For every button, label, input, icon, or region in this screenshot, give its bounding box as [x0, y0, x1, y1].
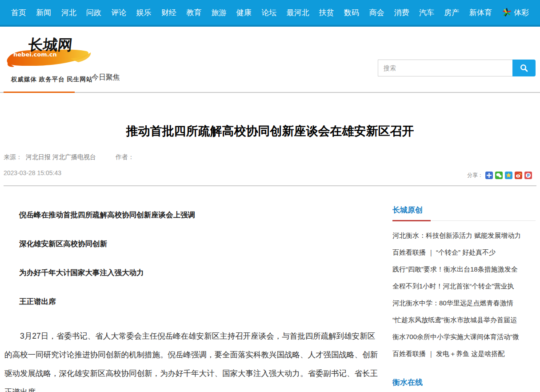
nav-item-wenzheng[interactable]: 问政	[86, 8, 101, 18]
main-content: 倪岳峰在推动首批四所疏解高校协同创新座谈会上强调 深化雄安新区高校协同创新 为办…	[0, 186, 540, 392]
logo-tagline: 权威媒体 政务平台 民生网站	[11, 76, 93, 84]
plus-share-icon[interactable]	[485, 172, 493, 179]
sidebar-section-changcheng-original: 长城原创	[392, 205, 536, 221]
share-label: 分享：	[467, 172, 483, 179]
author-label: 作者：	[116, 153, 134, 160]
nav-item-realestate[interactable]: 房产	[444, 8, 459, 18]
nav-item-forum[interactable]: 论坛	[261, 8, 276, 18]
sidebar-list-item[interactable]: 百姓看联播 ｜ 发电＋养鱼 这是啥搭配	[392, 345, 536, 362]
article-subhead: 倪岳峰在推动首批四所疏解高校协同创新座谈会上强调	[4, 211, 382, 219]
nav-item-ticai[interactable]: 体彩	[502, 8, 529, 18]
search-icon	[520, 64, 528, 72]
sidebar-list-item[interactable]: 河北衡水中学：80华里远足点燃青春激情	[392, 295, 536, 312]
nav-item-ticai-label: 体彩	[514, 8, 529, 18]
nav-item-entertainment[interactable]: 娱乐	[136, 8, 152, 18]
nav-item-zuihebei[interactable]: 最河北	[286, 8, 309, 18]
article-meta: 来源：河北日报 河北广播电视台作者： 2023-03-28 15:05:43 分…	[4, 139, 536, 186]
sports-lottery-star-icon	[502, 8, 512, 17]
nav-item-chamber[interactable]: 商会	[369, 8, 384, 18]
sidebar: 长城原创 河北衡水：科技创新添活力 赋能发展增动力 百姓看联播 ｜ “个转企” …	[392, 186, 536, 392]
sidebar-list-item[interactable]: 衡水700余所中小学实施大课间体育活动“微	[392, 328, 536, 345]
nav-item-digital[interactable]: 数码	[344, 8, 359, 18]
search-box	[378, 60, 536, 76]
publish-datetime: 2023-03-28 15:05:43	[4, 169, 536, 176]
nav-item-travel[interactable]: 旅游	[212, 8, 227, 18]
sidebar-list-item[interactable]: 全程不到1小时！河北首张“个转企”营业执	[392, 278, 536, 295]
sidebar-list-item[interactable]: 河北衡水：科技创新添活力 赋能发展增动力	[392, 227, 536, 244]
sidebar-list-item[interactable]: 践行“四敢”要求！衡水出台18条措施激发全	[392, 261, 536, 278]
nav-item-comment[interactable]: 评论	[111, 8, 126, 18]
top-nav-bar: 首页 新闻 河北 问政 评论 娱乐 财经 教育 旅游 健康 论坛 最河北 扶贫 …	[0, 0, 540, 27]
sidebar-list-item[interactable]: “忙趁东风放纸鸢”衡水市故城县举办首届运	[392, 312, 536, 328]
qzone-icon[interactable]	[505, 172, 512, 179]
search-button[interactable]	[512, 60, 536, 76]
masthead-active-underline	[4, 92, 75, 93]
pengyou-icon[interactable]: P	[524, 172, 532, 179]
tab-today-focus[interactable]: 今日聚焦	[92, 73, 120, 82]
source-value: 河北日报 河北广播电视台	[26, 153, 96, 160]
meta-source-row: 来源：河北日报 河北广播电视台作者：	[4, 153, 536, 161]
nav-item-news[interactable]: 新闻	[36, 8, 51, 18]
article-subhead: 为办好千年大计国家大事注入强大动力	[4, 269, 382, 276]
masthead-divider	[0, 92, 540, 93]
sidebar-article-list: 河北衡水：科技创新添活力 赋能发展增动力 百姓看联播 ｜ “个转企” 好处真不少…	[392, 227, 536, 362]
nav-item-health[interactable]: 健康	[236, 8, 252, 18]
article-paragraph: 3月27日，省委书记、省人大常委会主任倪岳峰在雄安新区主持召开座谈会，与首批四所…	[4, 327, 382, 392]
svg-text:P: P	[527, 173, 530, 178]
article-title: 推动首批四所疏解高校协同创新座谈会在雄安新区召开	[18, 123, 522, 139]
nav-item-consume[interactable]: 消费	[394, 8, 409, 18]
share-bar: 分享： P	[467, 172, 532, 179]
masthead: hebei.com.cn 长城网 权威媒体 政务平台 民生网站 今日聚焦	[0, 27, 540, 93]
changcheng-logo[interactable]: hebei.com.cn 长城网	[4, 36, 92, 75]
source-label: 来源：	[4, 153, 22, 160]
article-subhead: 深化雄安新区高校协同创新	[4, 240, 382, 248]
nav-item-newsports[interactable]: 新体育	[469, 8, 492, 18]
nav-item-auto[interactable]: 汽车	[419, 8, 434, 18]
sidebar-section-hengshui-online: 衡水在线	[392, 377, 536, 392]
nav-item-hebei[interactable]: 河北	[61, 8, 76, 18]
wechat-icon[interactable]	[495, 172, 503, 179]
weibo-icon[interactable]	[515, 172, 522, 179]
nav-item-fupin[interactable]: 扶贫	[319, 8, 334, 18]
nav-item-home[interactable]: 首页	[11, 8, 26, 18]
sidebar-list-item[interactable]: 百姓看联播 ｜ “个转企” 好处真不少	[392, 244, 536, 261]
svg-text:长城网: 长城网	[27, 36, 73, 53]
nav-item-finance[interactable]: 财经	[161, 8, 176, 18]
search-input[interactable]	[378, 60, 512, 76]
nav-item-education[interactable]: 教育	[186, 8, 201, 18]
article-subhead: 王正谱出席	[4, 298, 382, 305]
article-body: 倪岳峰在推动首批四所疏解高校协同创新座谈会上强调 深化雄安新区高校协同创新 为办…	[4, 186, 382, 392]
